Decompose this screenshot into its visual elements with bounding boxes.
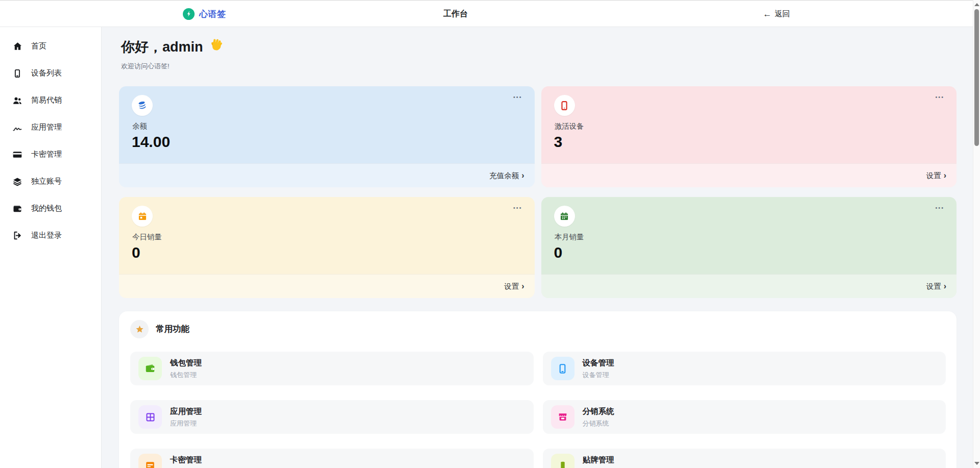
sidebar-item-home[interactable]: 首页 [0,33,101,60]
workbench-page: 心语签 工作台 ← 返回 首页 设备列表 简易代销 [0,0,980,468]
action-label: 充值余额 [489,171,519,181]
back-arrow-icon: ← [763,10,772,18]
stat-card-month-sales: ••• 本月销量 0 设置 › [541,197,957,298]
quick-grid: 钱包管理 钱包管理 设备管理 设备管理 [130,352,946,468]
quick-item-title: 设备管理 [583,358,614,368]
action-label: 设置 [926,282,941,291]
chevron-right-icon: › [944,282,946,290]
stat-label: 余额 [132,121,147,131]
sidebar-item-label: 我的钱包 [31,204,62,213]
stat-value: 0 [132,244,140,261]
home-icon [12,41,22,52]
quick-item-apps[interactable]: 应用管理 应用管理 [130,400,534,434]
greeting-subtitle: 欢迎访问心语签! [121,62,224,71]
sidebar-item-accounts[interactable]: 独立账号 [0,168,101,195]
star-icon [130,320,149,338]
sidebar: 首页 设备列表 简易代销 应用管理 卡密管理 [0,27,102,468]
stat-cards: ••• 余额 14.00 充值余额 › ••• 激活设备 3 [119,86,957,298]
top-bar: 心语签 工作台 ← 返回 [0,0,980,27]
back-button[interactable]: ← 返回 [763,1,790,27]
chevron-right-icon: › [944,171,946,180]
calendar-icon [132,206,153,227]
card-menu-icon[interactable]: ••• [510,91,525,103]
card-menu-icon[interactable]: ••• [932,91,947,103]
phone-icon [554,95,575,116]
scroll-up-arrow-icon[interactable] [974,3,979,6]
quick-functions-panel: 常用功能 钱包管理 钱包管理 设备 [119,311,957,468]
action-label: 设置 [504,282,519,291]
quick-item-subtitle: 设备管理 [583,371,614,380]
page-title: 工作台 [414,1,497,27]
wave-emoji [208,37,224,56]
calendar-icon [554,206,575,227]
sidebar-item-label: 设备列表 [31,68,62,78]
quick-item-subtitle: 应用管理 [170,419,202,428]
quick-item-branding[interactable]: 贴牌管理 贴牌管理 [543,449,946,468]
sidebar-item-cardkeys[interactable]: 卡密管理 [0,141,101,168]
wallet-icon [12,204,22,214]
stat-card-active-devices: ••• 激活设备 3 设置 › [541,86,957,187]
chevron-right-icon: › [521,282,524,290]
card-menu-icon[interactable]: ••• [510,202,525,214]
quick-item-title: 应用管理 [170,406,202,417]
sidebar-item-label: 独立账号 [31,177,62,186]
brand-phone-icon [551,454,575,468]
stat-card-balance: ••• 余额 14.00 充值余额 › [119,86,535,187]
action-label: 设置 [926,171,941,181]
logout-icon [12,231,22,241]
quick-item-title: 贴牌管理 [583,455,614,465]
credit-card-icon [138,454,162,468]
sidebar-item-wallet[interactable]: 我的钱包 [0,195,101,222]
stat-value: 3 [554,133,563,151]
quick-item-distribution[interactable]: 分销系统 分销系统 [543,400,946,434]
quick-item-title: 钱包管理 [170,358,202,368]
quick-item-devices[interactable]: 设备管理 设备管理 [543,352,946,385]
brand[interactable]: 心语签 [183,1,226,27]
greeting-title: 你好，admin [121,38,203,56]
settings-action[interactable]: 设置 › [541,274,957,298]
layers-icon [12,177,22,187]
stat-value: 14.00 [132,133,170,151]
sidebar-item-devices[interactable]: 设备列表 [0,60,101,87]
sidebar-item-reseller[interactable]: 简易代销 [0,87,101,114]
quick-item-wallet[interactable]: 钱包管理 钱包管理 [130,352,534,385]
stat-label: 本月销量 [555,232,584,242]
quick-item-cardkeys[interactable]: 卡密管理 卡密管理 [130,449,534,468]
recharge-balance-action[interactable]: 充值余额 › [119,163,535,187]
back-label: 返回 [775,9,790,19]
stat-label: 今日销量 [132,232,162,242]
reseller-people-icon [12,95,22,106]
sidebar-item-label: 卡密管理 [31,150,62,159]
sidebar-item-label: 应用管理 [31,122,62,132]
stat-label: 激活设备 [555,121,584,131]
quick-item-subtitle: 钱包管理 [170,371,202,380]
grid-icon [138,405,162,429]
stat-value: 0 [554,244,563,261]
device-list-icon [12,68,22,79]
sidebar-item-apps[interactable]: 应用管理 [0,114,101,141]
brand-name: 心语签 [199,8,226,20]
vertical-scrollbar[interactable] [973,0,980,468]
scrollbar-thumb[interactable] [974,9,979,146]
sidebar-item-label: 退出登录 [31,231,62,240]
smartphone-icon [551,357,575,380]
main-content: 你好，admin 欢迎访问心语签! [102,27,980,468]
sidebar-item-label: 简易代销 [31,95,62,105]
storefront-icon [551,405,575,429]
app-signature-icon [12,122,22,133]
stat-card-today-sales: ••• 今日销量 0 设置 › [119,197,535,298]
quick-item-title: 分销系统 [583,406,614,417]
brand-bolt-icon [183,8,195,20]
card-menu-icon[interactable]: ••• [932,202,947,214]
sidebar-item-logout[interactable]: 退出登录 [0,222,101,249]
chevron-right-icon: › [521,171,524,180]
settings-action[interactable]: 设置 › [119,274,535,298]
settings-action[interactable]: 设置 › [541,163,957,187]
sidebar-item-label: 首页 [31,41,46,51]
wallet-icon [138,357,162,380]
greeting: 你好，admin 欢迎访问心语签! [121,37,224,71]
scroll-down-arrow-icon[interactable] [974,462,979,465]
quick-item-title: 卡密管理 [170,455,202,465]
coins-icon [132,95,153,116]
quick-section-title: 常用功能 [156,324,189,335]
